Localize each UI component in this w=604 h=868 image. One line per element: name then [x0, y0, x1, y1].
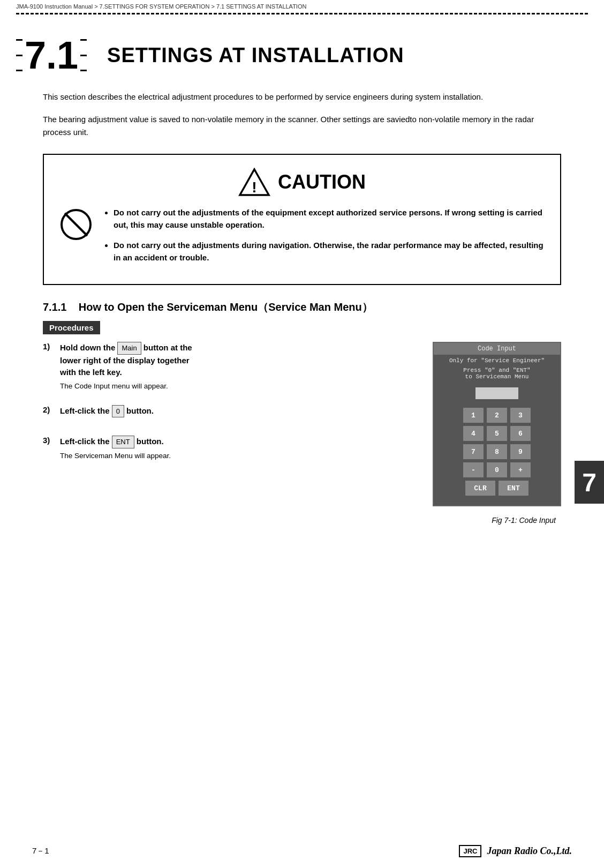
key-4[interactable]: 4	[463, 426, 484, 441]
key-9[interactable]: 9	[510, 444, 531, 459]
key-clr[interactable]: CLR	[465, 481, 495, 496]
footer: 7－1 JRC Japan Radio Co.,Ltd.	[0, 845, 604, 857]
key-ent[interactable]: ENT	[499, 481, 528, 496]
caution-title-text: CAUTION	[278, 171, 366, 193]
panel-title: Code Input	[434, 343, 560, 355]
subsection-title: 7.1.1 How to Open the Serviceman Menu（Se…	[43, 300, 561, 315]
step-3-num: 3)	[43, 436, 60, 445]
intro-paragraph-2: The bearing adjustment value is saved to…	[43, 113, 561, 139]
step-3-main: Left-click the ENT button.	[60, 436, 417, 448]
code-input-panel: Code Input Only for "Service Engineer" P…	[433, 342, 561, 506]
svg-text:!: !	[252, 179, 256, 196]
footer-logo-box: JRC	[459, 845, 481, 857]
key-1[interactable]: 1	[463, 408, 484, 423]
panel-instruction: Press "0" and "ENT" to Serviceman Menu	[434, 365, 560, 384]
footer-company-name: Japan Radio Co.,Ltd.	[487, 845, 572, 857]
step-3-note: The Serviceman Menu will appear.	[60, 452, 417, 460]
step-1: 1) Hold down the Main button at the lowe…	[43, 342, 417, 390]
step-3-content: Left-click the ENT button. The Servicema…	[60, 436, 417, 460]
figure-caption: Fig 7-1: Code Input	[43, 516, 561, 525]
section-title: SETTINGS AT INSTALLATION	[96, 44, 404, 67]
step-1-note: The Code Input menu will appear.	[60, 382, 417, 390]
step-2: 2) Left-click the 0 button.	[43, 405, 417, 421]
keypad: 1 2 3 4 5 6 7 8 9 - 0 +	[434, 405, 560, 505]
decoration-lines-right	[80, 39, 87, 71]
procedures-badge: Procedures	[43, 321, 100, 334]
chapter-tab: 7	[575, 461, 604, 504]
key-6[interactable]: 6	[510, 426, 531, 441]
main-button-inline: Main	[117, 342, 141, 355]
svg-line-3	[65, 213, 87, 236]
key-minus[interactable]: -	[463, 462, 484, 477]
caution-item-1: Do not carry out the adjustments of the …	[114, 206, 544, 231]
intro-paragraph-1: This section describes the electrical ad…	[43, 91, 561, 103]
caution-body: Do not carry out the adjustments of the …	[60, 206, 544, 271]
panel-subtitle: Only for "Service Engineer"	[434, 355, 560, 365]
step-2-content: Left-click the 0 button.	[60, 405, 417, 421]
decoration-lines-left	[16, 39, 22, 71]
keypad-row-1: 1 2 3	[444, 408, 549, 423]
key-8[interactable]: 8	[487, 444, 507, 459]
key-5[interactable]: 5	[487, 426, 507, 441]
section-header: 7.1 SETTINGS AT INSTALLATION	[0, 31, 604, 91]
footer-logo: JRC Japan Radio Co.,Ltd.	[459, 845, 572, 857]
keypad-row-5: CLR ENT	[444, 481, 549, 496]
subsection-title-text: How to Open the Serviceman Menu（Service …	[79, 301, 373, 313]
step-3: 3) Left-click the ENT button. The Servic…	[43, 436, 417, 460]
subsection-number: 7.1.1	[43, 301, 66, 313]
keypad-row-4: - 0 +	[444, 462, 549, 477]
breadcrumb: JMA-9100 Instruction Manual > 7.SETTINGS…	[0, 0, 604, 13]
keypad-row-3: 7 8 9	[444, 444, 549, 459]
procedures-steps: 1) Hold down the Main button at the lowe…	[43, 342, 417, 475]
footer-page-number: 7－1	[32, 846, 49, 856]
warning-triangle-icon: !	[238, 168, 270, 197]
section-number-block: 7.1	[16, 36, 87, 74]
caution-list: Do not carry out the adjustments of the …	[104, 206, 544, 271]
step-2-num: 2)	[43, 405, 60, 414]
keypad-row-2: 4 5 6	[444, 426, 549, 441]
key-2[interactable]: 2	[487, 408, 507, 423]
caution-item-2: Do not carry out the adjustments during …	[114, 239, 544, 264]
key-0[interactable]: 0	[487, 462, 507, 477]
main-content: This section describes the electrical ad…	[0, 91, 604, 525]
step-1-main: Hold down the Main button at the lower r…	[60, 342, 417, 379]
zero-button-inline: 0	[112, 405, 124, 418]
section-number-text: 7.1	[25, 36, 78, 74]
caution-box: ! CAUTION Do not carry out the adjustmen…	[43, 154, 561, 285]
section-divider	[16, 13, 588, 14]
key-7[interactable]: 7	[463, 444, 484, 459]
procedures-layout: 1) Hold down the Main button at the lowe…	[43, 342, 561, 506]
key-plus[interactable]: +	[510, 462, 531, 477]
prohibition-icon	[60, 208, 92, 241]
step-1-content: Hold down the Main button at the lower r…	[60, 342, 417, 390]
step-1-num: 1)	[43, 342, 60, 351]
key-3[interactable]: 3	[510, 408, 531, 423]
code-input-field	[475, 387, 518, 399]
ent-button-inline: ENT	[112, 436, 134, 448]
caution-header: ! CAUTION	[60, 168, 544, 197]
step-2-main: Left-click the 0 button.	[60, 405, 417, 418]
